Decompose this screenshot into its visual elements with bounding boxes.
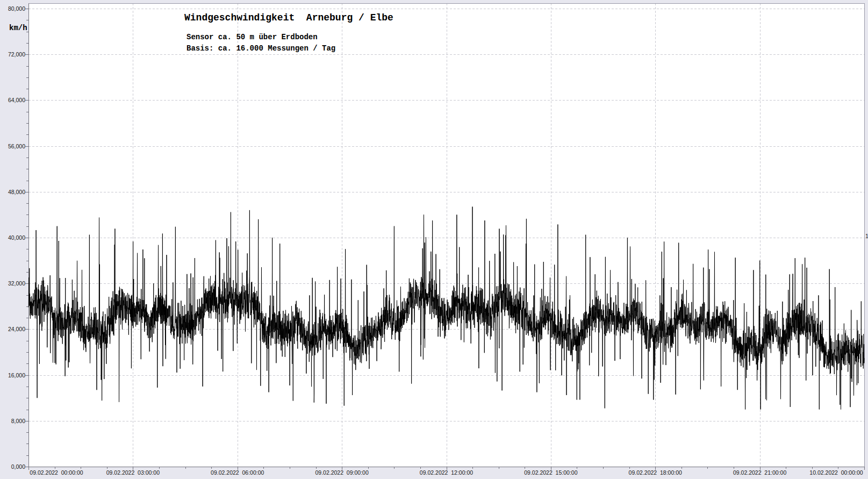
- wind-speed-chart-page: Windgeschwindigkeit Arneburg / Elbe Sens…: [0, 0, 868, 479]
- right-edge-clipped-label: 1: [865, 233, 868, 239]
- x-axis-tick-label: 09.02.2022 00:00:00: [28, 469, 84, 476]
- x-axis-tick-label: 09.02.2022 15:00:00: [523, 469, 579, 476]
- y-axis-tick-label: 8,000: [1, 418, 25, 424]
- x-axis-tick-label: 09.02.2022 18:00:00: [627, 469, 683, 476]
- y-axis-tick-label: 80,000: [1, 5, 25, 12]
- y-axis-tick-label: 48,000: [1, 189, 25, 195]
- y-axis-tick-label: 56,000: [1, 143, 25, 149]
- y-axis-tick-label: 72,000: [1, 51, 25, 58]
- x-axis-tick-label: 09.02.2022 12:00:00: [419, 469, 475, 476]
- y-axis-unit-label: km/h: [9, 24, 27, 32]
- x-axis-tick-label: 10.02.2022 00:00:00: [808, 469, 864, 476]
- chart-title: Windgeschwindigkeit Arneburg / Elbe: [184, 12, 393, 23]
- y-axis-tick-label: 0,000: [1, 463, 25, 470]
- chart-subtitle-sensor: Sensor ca. 50 m über Erdboden: [186, 33, 318, 41]
- chart-subtitle-basis: Basis: ca. 16.000 Messungen / Tag: [186, 44, 335, 53]
- y-axis-tick-label: 40,000: [1, 234, 25, 241]
- wind-speed-chart-canvas: [0, 0, 868, 479]
- x-axis-tick-label: 09.02.2022 03:00:00: [105, 469, 161, 476]
- x-axis-tick-label: 09.02.2022 21:00:00: [732, 469, 788, 476]
- x-axis-tick-label: 09.02.2022 09:00:00: [314, 469, 370, 476]
- y-axis-tick-label: 32,000: [1, 280, 25, 287]
- y-axis-tick-label: 64,000: [1, 97, 25, 103]
- y-axis-tick-label: 16,000: [1, 372, 25, 378]
- x-axis-tick-label: 09.02.2022 06:00:00: [210, 469, 266, 476]
- y-axis-tick-label: 24,000: [1, 326, 25, 332]
